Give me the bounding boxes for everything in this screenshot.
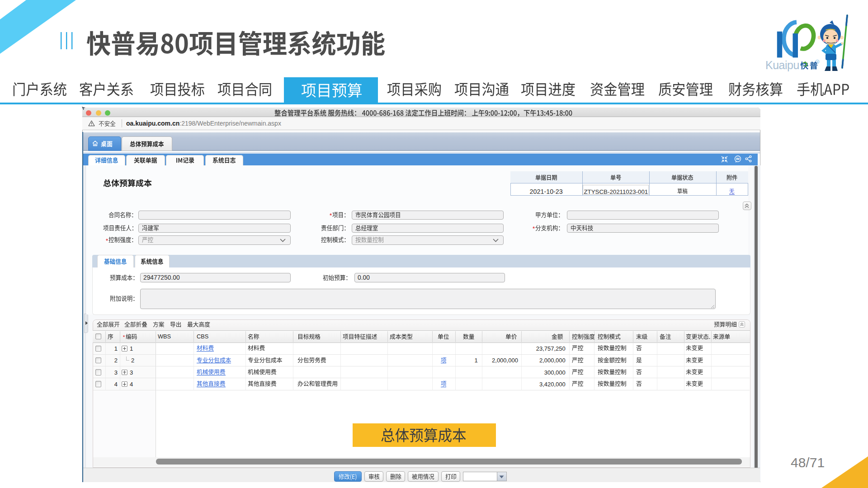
- svg-text:IM: IM: [736, 157, 740, 160]
- svg-text:Kuaipu: Kuaipu: [765, 59, 799, 71]
